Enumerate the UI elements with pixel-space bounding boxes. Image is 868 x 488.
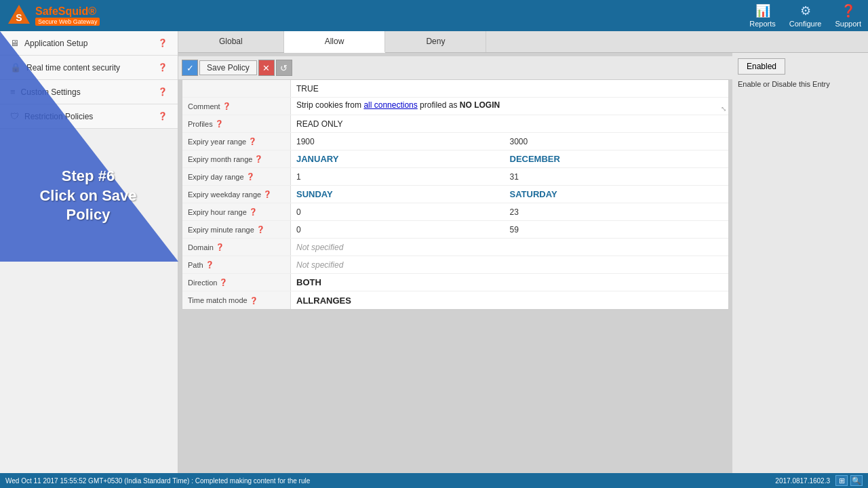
save-policy-button[interactable]: Save Policy — [199, 60, 257, 75]
status-icons: ⊞ 🔍 — [835, 475, 863, 486]
label-weekday-text: Expiry weekday range — [188, 190, 261, 199]
value-hour-range: 0 23 — [291, 203, 728, 220]
label-path: Path ❓ — [182, 256, 291, 273]
label-day-text: Expiry day range — [188, 173, 244, 181]
nav-reports[interactable]: 📊 Reports — [749, 3, 776, 28]
status-search-icon[interactable]: 🔍 — [850, 475, 863, 486]
form-table: TRUE Comment ❓ Strip cookies from all co… — [182, 79, 729, 310]
logo-icon: S — [7, 3, 31, 28]
hour-help-icon[interactable]: ❓ — [249, 208, 257, 216]
form-row-day-range: Expiry day range ❓ 1 31 — [182, 168, 728, 186]
value-year-range: 1900 3000 — [291, 133, 728, 150]
month-help-icon[interactable]: ❓ — [254, 155, 262, 163]
label-time-match: Time match mode ❓ — [182, 291, 291, 309]
form-area: ✓ Save Policy ✕ ↺ TRUE Comment — [178, 53, 732, 473]
time-match-help-icon[interactable]: ❓ — [250, 297, 258, 304]
toolbar-reset-button[interactable]: ↺ — [276, 60, 292, 76]
support-label: Support — [835, 20, 861, 28]
tab-global[interactable]: Global — [178, 31, 284, 52]
policy-toolbar: ✓ Save Policy ✕ ↺ — [178, 56, 732, 79]
domain-help-icon[interactable]: ❓ — [216, 243, 224, 251]
logo-trademark: ® — [88, 5, 96, 17]
status-bar: Wed Oct 11 2017 15:55:52 GMT+0530 (India… — [0, 473, 868, 488]
weekday-right: SATURDAY — [510, 189, 724, 199]
nav-support[interactable]: ❓ Support — [835, 3, 861, 28]
value-enabled: TRUE — [291, 80, 728, 97]
content-with-panel: ✓ Save Policy ✕ ↺ TRUE Comment — [178, 53, 868, 473]
logo-text: SafeSquid® Secure Web Gateway — [35, 5, 100, 26]
label-time-match-text: Time match mode — [188, 296, 248, 304]
logo-name: SafeSquid — [35, 5, 88, 17]
month-right: DECEMBER — [510, 154, 724, 164]
value-weekday-range: SUNDAY SATURDAY — [291, 186, 728, 203]
form-row-year-range: Expiry year range ❓ 1900 3000 — [182, 133, 728, 150]
comment-text: Strip cookies from all connections profi… — [296, 100, 500, 110]
toolbar-x-button[interactable]: ✕ — [258, 60, 275, 76]
label-path-text: Path — [188, 261, 203, 269]
label-direction-text: Direction — [188, 279, 217, 287]
right-panel: Enabled Enable or Disable this Entry — [732, 53, 868, 473]
label-month-text: Expiry month range — [188, 155, 252, 163]
configure-label: Configure — [789, 20, 822, 28]
day-help-icon[interactable]: ❓ — [246, 173, 254, 180]
nav-configure[interactable]: ⚙ Configure — [789, 3, 822, 28]
year-help-icon[interactable]: ❓ — [248, 138, 256, 145]
value-comment: Strip cookies from all connections profi… — [291, 98, 728, 115]
resize-handle: ⤡ — [721, 105, 726, 113]
direction-help-icon[interactable]: ❓ — [219, 279, 227, 286]
status-version: 2017.0817.1602.3 — [775, 477, 830, 485]
comment-highlight: all connections — [363, 100, 417, 110]
value-month-range: JANUARY DECEMBER — [291, 150, 728, 167]
year-left: 1900 — [296, 137, 510, 146]
svg-text:S: S — [16, 12, 22, 23]
hour-right: 23 — [510, 207, 724, 217]
sidebar-overlay: Step #6Click on SavePolicy — [0, 31, 178, 262]
logo-subtitle: Secure Web Gateway — [35, 18, 100, 26]
form-row-direction: Direction ❓ BOTH — [182, 274, 728, 291]
label-hour-text: Expiry hour range — [188, 208, 247, 216]
minute-right: 59 — [510, 225, 724, 235]
hour-left: 0 — [296, 207, 510, 217]
status-grid-icon[interactable]: ⊞ — [835, 475, 848, 486]
form-row-hour-range: Expiry hour range ❓ 0 23 — [182, 203, 728, 221]
comment-bold: NO LOGIN — [460, 100, 500, 110]
tab-allow[interactable]: Allow — [284, 31, 386, 53]
status-text: Wed Oct 11 2017 15:55:52 GMT+0530 (India… — [5, 477, 310, 485]
overlay-text: Step #6Click on SavePolicy — [14, 167, 163, 225]
comment-help-icon[interactable]: ❓ — [222, 102, 231, 110]
value-direction: BOTH — [291, 274, 728, 291]
right-panel-description: Enable or Disable this Entry — [738, 80, 863, 88]
label-month-range: Expiry month range ❓ — [182, 150, 291, 167]
label-year-text: Expiry year range — [188, 138, 246, 146]
form-row-minute-range: Expiry minute range ❓ 0 59 — [182, 221, 728, 239]
main-layout: 🖥 Application Setup ❓ 🔒 Real time conten… — [0, 31, 868, 473]
overlay-triangle — [0, 31, 178, 262]
value-path: Not specified — [291, 256, 728, 273]
reports-label: Reports — [749, 20, 776, 28]
form-row-path: Path ❓ Not specified — [182, 256, 728, 274]
label-direction: Direction ❓ — [182, 274, 291, 291]
value-time-match: ALLRANGES — [291, 291, 728, 309]
month-left: JANUARY — [296, 154, 510, 164]
label-profiles-text: Profiles — [188, 120, 213, 128]
weekday-help-icon[interactable]: ❓ — [263, 190, 271, 198]
label-weekday-range: Expiry weekday range ❓ — [182, 186, 291, 203]
value-profiles: READ ONLY — [291, 115, 728, 132]
label-domain-text: Domain — [188, 243, 214, 251]
profiles-help-icon[interactable]: ❓ — [215, 120, 223, 127]
path-help-icon[interactable]: ❓ — [205, 261, 214, 268]
label-enabled — [182, 80, 291, 97]
form-row-profiles: Profiles ❓ READ ONLY — [182, 115, 728, 133]
value-day-range: 1 31 — [291, 168, 728, 185]
label-minute-text: Expiry minute range — [188, 226, 254, 234]
year-right: 3000 — [510, 137, 724, 146]
tab-deny[interactable]: Deny — [385, 31, 486, 52]
form-row-weekday-range: Expiry weekday range ❓ SUNDAY SATURDAY — [182, 186, 728, 203]
label-day-range: Expiry day range ❓ — [182, 168, 291, 185]
form-row-enabled: TRUE — [182, 80, 728, 98]
enabled-button[interactable]: Enabled — [738, 58, 785, 75]
reports-icon: 📊 — [755, 3, 770, 18]
toolbar-check-button[interactable]: ✓ — [182, 60, 198, 76]
minute-left: 0 — [296, 225, 510, 235]
minute-help-icon[interactable]: ❓ — [256, 226, 264, 233]
